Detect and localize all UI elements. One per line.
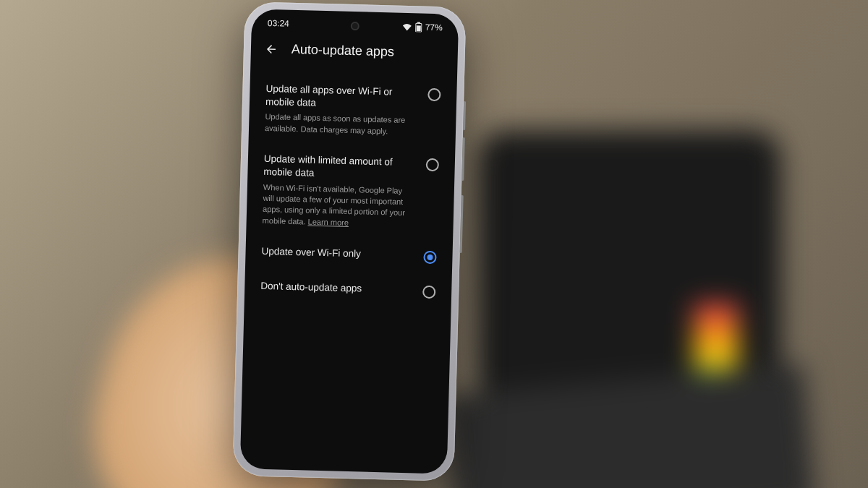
page-title: Auto-update apps xyxy=(292,42,395,60)
wifi-icon xyxy=(402,22,412,30)
option-title: Update all apps over Wi-Fi or mobile dat… xyxy=(265,82,417,113)
radio-unselected-icon[interactable] xyxy=(427,88,441,101)
option-description: Update all apps as soon as updates are a… xyxy=(265,111,416,137)
option-wifi-only[interactable]: Update over Wi-Fi only xyxy=(261,236,437,276)
status-right: 77% xyxy=(402,22,443,33)
arrow-left-icon xyxy=(265,42,278,55)
battery-percent: 77% xyxy=(425,22,443,33)
svg-rect-2 xyxy=(417,25,421,31)
option-title: Update over Wi-Fi only xyxy=(261,245,412,262)
radio-unselected-icon[interactable] xyxy=(426,158,439,171)
phone-screen: 03:24 77% Auto-update apps Update all ap… xyxy=(240,9,459,474)
option-update-all[interactable]: Update all apps over Wi-Fi or mobile dat… xyxy=(264,74,441,149)
option-dont-update[interactable]: Don't auto-update apps xyxy=(260,271,436,311)
phone-device: 03:24 77% Auto-update apps Update all ap… xyxy=(232,1,466,481)
option-text: Update with limited amount of mobile dat… xyxy=(263,153,415,230)
back-button[interactable] xyxy=(264,41,279,56)
option-text: Update all apps over Wi-Fi or mobile dat… xyxy=(265,82,417,138)
option-description: When Wi-Fi isn't available, Google Play … xyxy=(263,182,414,231)
learn-more-link[interactable]: Learn more xyxy=(308,217,349,226)
option-title: Don't auto-update apps xyxy=(260,280,411,297)
option-text: Don't auto-update apps xyxy=(260,280,412,300)
app-header: Auto-update apps xyxy=(250,30,458,74)
battery-icon xyxy=(415,22,422,32)
option-limited-mobile[interactable]: Update with limited amount of mobile dat… xyxy=(262,144,439,241)
radio-selected-icon[interactable] xyxy=(423,251,436,264)
status-time: 03:24 xyxy=(268,18,289,29)
option-title: Update with limited amount of mobile dat… xyxy=(263,153,414,183)
option-text: Update over Wi-Fi only xyxy=(261,245,412,265)
radio-unselected-icon[interactable] xyxy=(422,286,435,299)
options-list: Update all apps over Wi-Fi or mobile dat… xyxy=(244,69,457,311)
